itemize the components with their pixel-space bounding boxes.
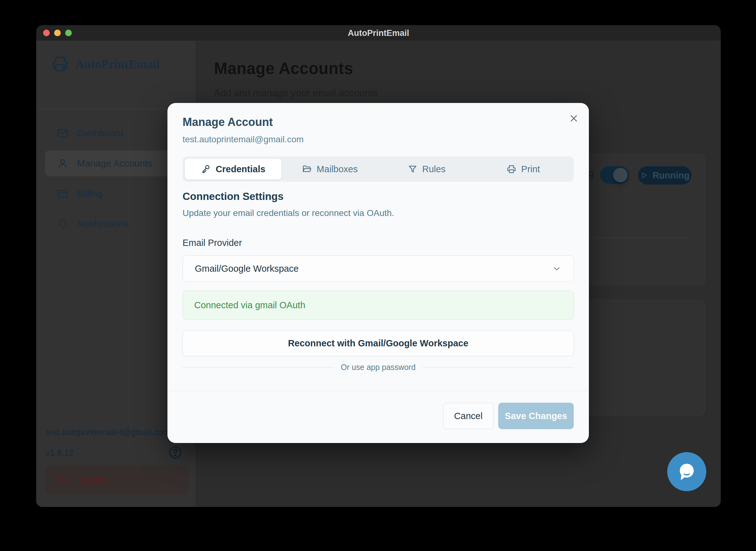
- window-title: AutoPrintEmail: [36, 25, 721, 41]
- page-subtitle: Add and manage your email accounts: [214, 87, 378, 99]
- printer-check-icon: [51, 55, 69, 73]
- oauth-status-text: Connected via gmail OAuth: [194, 300, 305, 311]
- title-bar: AutoPrintEmail: [36, 25, 721, 41]
- modal-title: Manage Account: [183, 115, 273, 129]
- question-circle-icon: [168, 446, 182, 459]
- section-title: Connection Settings: [183, 190, 284, 202]
- app-logo-text: AutoPrintEmail: [75, 57, 160, 71]
- modal-tabs: Credentials Mailboxes Rules Print: [183, 156, 574, 182]
- cancel-label: Cancel: [454, 411, 482, 421]
- funnel-icon: [408, 164, 418, 174]
- sidebar-item-notifications[interactable]: Notifications: [45, 211, 189, 237]
- credit-card-icon: [57, 188, 68, 199]
- key-icon: [201, 164, 211, 174]
- app-version: v1.6.12: [46, 448, 74, 458]
- email-provider-label: Email Provider: [183, 238, 242, 248]
- toggle-knob: [613, 168, 628, 182]
- modal-account-email: test.autoprintemail@gmail.com: [183, 134, 304, 144]
- tab-label: Credentials: [216, 164, 265, 174]
- save-changes-button[interactable]: Save Changes: [498, 403, 574, 429]
- logout-label: Logout: [78, 475, 107, 485]
- tab-rules[interactable]: Rules: [378, 159, 475, 179]
- sidebar-item-label: Manage Accounts: [77, 158, 152, 169]
- help-button[interactable]: [168, 446, 182, 459]
- chat-widget-button[interactable]: [667, 452, 706, 491]
- cancel-button[interactable]: Cancel: [443, 403, 494, 429]
- running-label: Running: [652, 170, 690, 181]
- close-icon: [569, 114, 578, 123]
- divider-line: [183, 367, 333, 368]
- chevron-down-icon: [552, 264, 561, 273]
- section-description: Update your email credentials or reconne…: [183, 208, 394, 218]
- page-title: Manage Accounts: [214, 59, 353, 78]
- logout-button[interactable]: Logout: [45, 465, 189, 494]
- envelope-icon: [57, 127, 68, 139]
- logout-icon: [58, 475, 69, 485]
- tab-label: Rules: [422, 164, 446, 174]
- manage-account-modal: Manage Account test.autoprintemail@gmail…: [167, 103, 589, 443]
- sidebar-item-manage-accounts[interactable]: Manage Accounts: [45, 150, 189, 176]
- bell-icon: [57, 218, 68, 229]
- sidebar-item-label: Notifications: [77, 218, 128, 229]
- tab-print[interactable]: Print: [475, 159, 572, 179]
- app-window: AutoPrintEmail AutoPrintEmail Dashboard …: [36, 25, 721, 507]
- user-icon: [57, 158, 68, 169]
- oauth-status-box: Connected via gmail OAuth: [183, 291, 574, 320]
- app-logo: AutoPrintEmail: [51, 54, 160, 74]
- divider-line: [423, 367, 574, 368]
- divider-text: Or use app password: [341, 363, 416, 372]
- save-label: Save Changes: [505, 411, 567, 421]
- folder-icon: [302, 164, 312, 174]
- tab-credentials[interactable]: Credentials: [185, 159, 281, 179]
- reconnect-button[interactable]: Reconnect with Gmail/Google Workspace: [183, 330, 574, 356]
- app-password-divider: Or use app password: [183, 362, 574, 373]
- account-enabled-toggle[interactable]: [600, 166, 629, 184]
- email-provider-value: Gmail/Google Workspace: [195, 263, 299, 274]
- sidebar-item-label: Dashboard: [77, 128, 123, 138]
- sidebar-item-label: Billing: [77, 188, 102, 199]
- modal-close-button[interactable]: [567, 111, 581, 126]
- sidebar-item-dashboard[interactable]: Dashboard: [45, 120, 189, 146]
- sidebar-item-billing[interactable]: Billing: [45, 181, 189, 206]
- reconnect-label: Reconnect with Gmail/Google Workspace: [288, 338, 468, 349]
- tab-label: Print: [521, 164, 540, 174]
- chat-smiley-icon: [675, 460, 699, 484]
- tab-mailboxes[interactable]: Mailboxes: [281, 159, 378, 179]
- printer-icon: [506, 164, 516, 174]
- tab-label: Mailboxes: [317, 164, 358, 174]
- email-provider-select[interactable]: Gmail/Google Workspace: [183, 255, 574, 282]
- play-icon: [640, 171, 648, 179]
- running-status-badge[interactable]: Running: [638, 166, 691, 184]
- toggle-label-truncated: g: [588, 167, 599, 179]
